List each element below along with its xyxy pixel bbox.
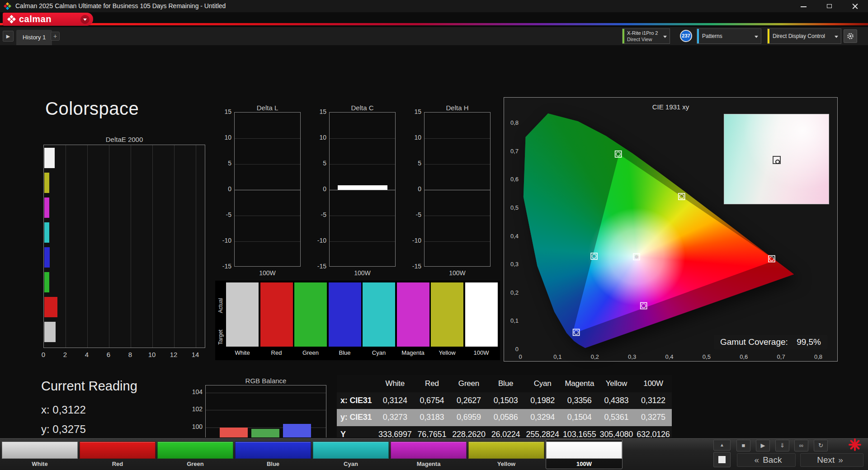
pattern-button-yellow[interactable]: Yellow: [468, 440, 544, 469]
deltae-bar-yellow: [44, 173, 49, 193]
gamut-coverage-value: 99,5%: [797, 337, 821, 347]
table-cell: 0,3183: [414, 409, 451, 426]
gridline: [330, 216, 395, 216]
display-control-dropdown[interactable]: Direct Display Control: [767, 28, 841, 44]
display-control-accent-bar: [768, 29, 769, 43]
back-button[interactable]: «Back: [737, 453, 796, 467]
history-nav-button[interactable]: ▶: [3, 31, 14, 42]
axis-tick-label: -15: [404, 263, 421, 270]
axis-tick-label: 0: [519, 353, 522, 360]
cie-xaxis: 00,10,20,30,40,50,60,70,8: [504, 353, 838, 362]
chevron-down-icon: [755, 36, 758, 38]
pattern-label: Magenta: [391, 461, 467, 467]
deltae-chart-title: DeltaE 2000: [43, 136, 205, 143]
strip-swatch-label: White: [226, 349, 259, 356]
calman-burst-icon: [848, 438, 862, 451]
row-label: x: CIE31: [337, 392, 377, 409]
gridline: [330, 190, 395, 190]
meter-mode: Direct View: [627, 37, 652, 42]
tab-bar: ▶ History 1 + X-Rite i1Pro 2 Direct View…: [0, 27, 868, 45]
pattern-up-button[interactable]: ▲: [713, 440, 731, 451]
gamut-coverage-label: Gamut Coverage:: [720, 337, 788, 347]
pattern-button-blue[interactable]: Blue: [235, 440, 311, 469]
column-header: Green: [450, 375, 487, 392]
pattern-button-cyan[interactable]: Cyan: [313, 440, 389, 469]
next-button[interactable]: Next»: [800, 453, 863, 467]
refresh-button[interactable]: ↻: [814, 440, 828, 451]
bottom-bar: WhiteRedGreenBlueCyanMagentaYellow100W ▲…: [0, 437, 868, 470]
calman-logo[interactable]: calman: [3, 13, 93, 26]
strip-swatch-red: [260, 282, 293, 347]
save-button[interactable]: ⇓: [775, 440, 789, 451]
axis-tick-label: 5: [404, 160, 421, 167]
tab-history-1[interactable]: History 1: [16, 30, 52, 45]
close-button[interactable]: [842, 0, 868, 12]
pattern-button-white[interactable]: White: [2, 440, 78, 469]
stop-button[interactable]: ■: [736, 440, 750, 451]
pattern-button-red[interactable]: Red: [80, 440, 156, 469]
app-window: Calman 2025 Calman Ultimate for Business…: [0, 0, 868, 470]
meter-dropdown[interactable]: X-Rite i1Pro 2 Direct View: [622, 28, 670, 44]
column-header: Blue: [487, 375, 524, 392]
axis-tick-label: 0,8: [505, 119, 519, 126]
cie-inset-zoom: [724, 114, 829, 204]
titlebar: Calman 2025 Calman Ultimate for Business…: [0, 0, 868, 12]
measured-point-white: [635, 255, 639, 259]
deltae-plot: [43, 145, 205, 348]
gridline: [152, 145, 153, 348]
deltae-bar-magenta: [44, 197, 49, 218]
row-label: y: CIE31: [337, 409, 377, 426]
delta-bar: [338, 185, 387, 190]
axis-tick-label: 0,3: [505, 261, 519, 268]
meter-count-badge[interactable]: 237: [680, 30, 692, 42]
gridline: [235, 216, 300, 216]
gridline: [131, 145, 131, 348]
maximize-button[interactable]: [816, 0, 842, 12]
pattern-label: 100W: [546, 461, 622, 467]
patterns-dropdown[interactable]: Patterns: [697, 28, 761, 44]
strip-swatch-label: Red: [260, 349, 293, 356]
column-header: 100W: [635, 375, 672, 392]
strip-swatch-yellow: [431, 282, 463, 347]
axis-tick-label: 0,5: [703, 353, 711, 360]
pattern-swatch: [468, 442, 544, 459]
chart-frame: [329, 112, 396, 267]
gridline: [425, 190, 490, 190]
pattern-swatch: [80, 442, 156, 459]
strip-swatch-white: [226, 282, 259, 347]
pattern-button-100w[interactable]: 100W: [546, 440, 622, 469]
axis-tick-label: 0,2: [591, 353, 599, 360]
logo-menu-button[interactable]: [80, 15, 90, 24]
pattern-window-button[interactable]: [713, 452, 731, 467]
add-tab-button[interactable]: +: [51, 32, 60, 41]
pattern-button-magenta[interactable]: Magenta: [391, 440, 467, 469]
axis-tick-label: 0,1: [553, 353, 561, 360]
gridline: [330, 241, 395, 242]
gridline: [206, 410, 326, 410]
axis-tick-label: 10: [148, 351, 156, 358]
pattern-button-green[interactable]: Green: [157, 440, 233, 469]
delta-chart-delta-l: Delta L151050-5-10-15100W: [214, 104, 302, 280]
chevron-down-icon: [835, 36, 838, 38]
axis-tick-label: 12: [170, 351, 178, 358]
settings-button[interactable]: [844, 29, 857, 43]
axis-tick-label: 0,3: [628, 353, 636, 360]
gridline: [425, 241, 490, 242]
axis-tick-label: -10: [309, 237, 326, 244]
link-button[interactable]: ∞: [794, 440, 808, 451]
axis-tick-label: 0: [505, 346, 519, 352]
strip-swatch-100w: [465, 282, 498, 347]
table-cell: 0,3122: [635, 392, 672, 409]
back-label: Back: [763, 455, 782, 465]
chevron-right-icon: »: [838, 455, 843, 465]
measured-point-yellow: [679, 194, 684, 198]
page-title: Colorspace: [45, 99, 139, 119]
axis-tick-label: -5: [309, 211, 326, 218]
play-button[interactable]: ▶: [756, 440, 770, 451]
axis-tick-label: 15: [309, 108, 326, 115]
minimize-button[interactable]: [791, 0, 816, 12]
table-cell: 0,5361: [598, 409, 635, 426]
deltae-bar-green: [44, 272, 49, 292]
pattern-window-icon: [718, 456, 726, 463]
measured-point-blue: [574, 330, 578, 334]
